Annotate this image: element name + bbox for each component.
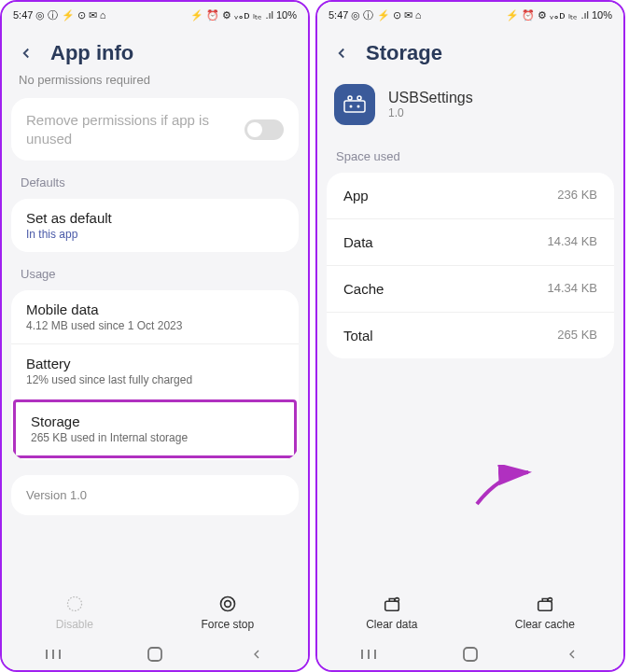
nav-back-icon[interactable] xyxy=(245,646,268,663)
back-icon[interactable] xyxy=(332,44,351,63)
status-time: 5:47 xyxy=(328,9,348,21)
storage-highlight: Storage 265 KB used in Internal storage xyxy=(13,399,297,458)
app-version: 1.0 xyxy=(388,106,473,119)
disable-icon xyxy=(64,594,85,614)
status-bar: 5:47 ◎ ⓘ ⚡ ⊙ ✉ ⌂ ⚡ ⏰ ⚙ ᵥₒᴅ ₗₜₑ .ıl 10% xyxy=(317,2,623,28)
svg-rect-15 xyxy=(538,601,552,610)
nav-home-icon[interactable] xyxy=(144,646,166,663)
truncated-text: No permissions required xyxy=(2,75,308,92)
svg-rect-6 xyxy=(148,648,161,661)
data-size-row: Data 14.34 KB xyxy=(327,218,614,265)
storage-row[interactable]: Storage 265 KB used in Internal storage xyxy=(16,402,294,455)
nav-home-icon[interactable] xyxy=(459,646,482,663)
kv-key: Data xyxy=(343,234,373,250)
battery-sub: 12% used since last fully charged xyxy=(26,373,284,386)
total-size-row: Total 265 KB xyxy=(327,312,614,358)
svg-point-2 xyxy=(224,601,231,608)
svg-point-1 xyxy=(220,597,234,611)
back-icon[interactable] xyxy=(17,44,35,63)
clear-data-icon xyxy=(382,594,402,614)
app-icon xyxy=(334,84,375,125)
usage-label: Usage xyxy=(2,258,308,285)
set-default-title: Set as default xyxy=(26,210,284,226)
bottom-actions: Disable Force stop xyxy=(2,584,308,637)
svg-point-9 xyxy=(357,96,361,100)
mobile-data-title: Mobile data xyxy=(26,301,284,317)
app-name: USBSettings xyxy=(388,90,473,106)
status-bar: 5:47 ◎ ⓘ ⚡ ⊙ ✉ ⌂ ⚡ ⏰ ⚙ ᵥₒᴅ ₗₜₑ .ıl 10% xyxy=(2,2,308,28)
svg-rect-21 xyxy=(464,648,477,661)
toggle-icon[interactable] xyxy=(245,119,284,140)
screen-app-info: 5:47 ◎ ⓘ ⚡ ⊙ ✉ ⌂ ⚡ ⏰ ⚙ ᵥₒᴅ ₗₜₑ .ıl 10% A… xyxy=(0,0,310,672)
clear-cache-button[interactable]: Clear cache xyxy=(515,594,575,631)
bottom-actions: Clear data Clear cache xyxy=(317,584,623,637)
kv-val: 265 KB xyxy=(557,328,597,343)
status-battery: 10% xyxy=(592,9,612,21)
status-time: 5:47 xyxy=(13,9,33,21)
defaults-card: Set as default In this app xyxy=(11,199,299,252)
svg-rect-12 xyxy=(385,601,399,610)
status-right-icons: ⚡ ⏰ ⚙ ᵥₒᴅ ₗₜₑ .ıl xyxy=(190,9,273,21)
disable-button: Disable xyxy=(56,594,93,631)
arrow-annotation-icon xyxy=(472,465,538,511)
permissions-card: Remove permissions if app is unused xyxy=(11,98,299,161)
storage-sub: 265 KB used in Internal storage xyxy=(31,431,279,444)
navbar xyxy=(2,637,308,670)
app-row: USBSettings 1.0 xyxy=(317,75,623,140)
force-stop-button[interactable]: Force stop xyxy=(201,594,254,631)
cache-size-row: Cache 14.34 KB xyxy=(327,265,614,312)
svg-point-10 xyxy=(350,105,353,108)
kv-val: 236 KB xyxy=(557,188,597,203)
svg-rect-7 xyxy=(344,101,365,112)
usage-card: Mobile data 4.12 MB used since 1 Oct 202… xyxy=(11,290,299,460)
remove-permissions-row[interactable]: Remove permissions if app is unused xyxy=(11,98,299,161)
clear-data-button[interactable]: Clear data xyxy=(366,594,417,631)
kv-key: Cache xyxy=(343,281,384,297)
disable-label: Disable xyxy=(56,618,93,631)
status-left-icons: ◎ ⓘ ⚡ ⊙ ✉ ⌂ xyxy=(351,8,421,22)
mobile-data-sub: 4.12 MB used since 1 Oct 2023 xyxy=(26,319,284,332)
force-stop-icon xyxy=(217,594,238,614)
status-battery: 10% xyxy=(276,9,297,21)
kv-val: 14.34 KB xyxy=(548,281,598,297)
clear-cache-icon xyxy=(535,594,555,614)
kv-key: App xyxy=(343,188,369,203)
header: Storage xyxy=(317,28,623,75)
svg-point-8 xyxy=(348,96,352,100)
status-left-icons: ◎ ⓘ ⚡ ⊙ ✉ ⌂ xyxy=(35,8,105,22)
mobile-data-row[interactable]: Mobile data 4.12 MB used since 1 Oct 202… xyxy=(11,290,299,343)
set-default-sub: In this app xyxy=(26,228,284,241)
navbar xyxy=(317,637,623,670)
version-text: Version 1.0 xyxy=(26,488,87,502)
status-right-icons: ⚡ ⏰ ⚙ ᵥₒᴅ ₗₜₑ .ıl xyxy=(506,9,589,21)
space-card: App 236 KB Data 14.34 KB Cache 14.34 KB … xyxy=(327,173,614,358)
kv-val: 14.34 KB xyxy=(548,234,598,250)
nav-recents-icon[interactable] xyxy=(357,646,380,663)
screen-storage: 5:47 ◎ ⓘ ⚡ ⊙ ✉ ⌂ ⚡ ⏰ ⚙ ᵥₒᴅ ₗₜₑ .ıl 10% S… xyxy=(315,0,625,672)
page-title: Storage xyxy=(366,41,442,65)
space-used-label: Space used xyxy=(317,140,623,167)
defaults-label: Defaults xyxy=(2,166,308,193)
storage-title: Storage xyxy=(31,413,279,429)
clear-data-label: Clear data xyxy=(366,618,417,631)
svg-point-11 xyxy=(357,105,360,108)
nav-back-icon[interactable] xyxy=(561,646,583,663)
clear-cache-label: Clear cache xyxy=(515,618,575,631)
battery-row[interactable]: Battery 12% used since last fully charge… xyxy=(11,343,299,398)
battery-title: Battery xyxy=(26,356,284,371)
set-default-row[interactable]: Set as default In this app xyxy=(11,199,299,252)
svg-point-0 xyxy=(67,597,81,611)
remove-permissions-label: Remove permissions if app is unused xyxy=(26,111,213,147)
force-stop-label: Force stop xyxy=(201,618,254,631)
page-title: App info xyxy=(50,41,133,65)
version-card: Version 1.0 xyxy=(11,475,299,515)
kv-key: Total xyxy=(343,328,373,343)
nav-recents-icon[interactable] xyxy=(42,646,64,663)
app-size-row: App 236 KB xyxy=(327,173,614,218)
header: App info xyxy=(2,28,308,75)
